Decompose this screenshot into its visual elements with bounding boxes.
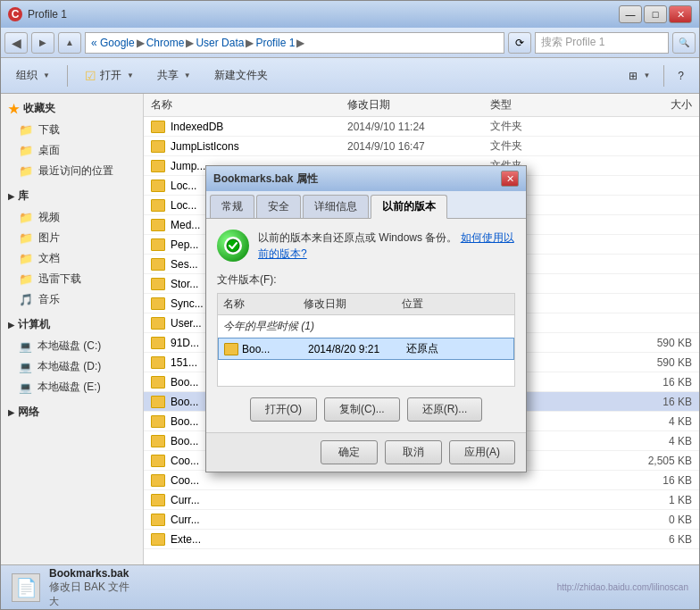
folder-img bbox=[151, 494, 165, 506]
version-date: 2014/8/20 9:21 bbox=[308, 343, 406, 355]
sidebar-item-desktop[interactable]: 📁 桌面 bbox=[1, 140, 143, 161]
search-button[interactable]: 🔍 bbox=[672, 32, 696, 54]
folder-img bbox=[151, 533, 165, 546]
column-headers: 名称 修改日期 类型 大小 bbox=[144, 94, 699, 117]
view-button[interactable]: ⊞ ▼ bbox=[621, 63, 658, 89]
up-button[interactable]: ▲ bbox=[58, 32, 81, 54]
toolbar-separator-1 bbox=[67, 65, 68, 87]
breadcrumb-item-3[interactable]: User Data bbox=[196, 37, 244, 49]
table-row[interactable]: Curr... 0 KB bbox=[144, 510, 699, 530]
maximize-button[interactable]: □ bbox=[644, 5, 667, 23]
folder-icon: 📁 bbox=[19, 144, 33, 157]
share-button[interactable]: 共享 ▼ bbox=[149, 63, 199, 89]
col-date[interactable]: 修改日期 bbox=[347, 97, 490, 113]
minimize-button[interactable]: — bbox=[619, 5, 642, 23]
search-box[interactable]: 搜索 Profile 1 bbox=[535, 32, 669, 54]
forward-button[interactable]: ▶ bbox=[31, 32, 54, 54]
folder-img bbox=[151, 415, 165, 428]
properties-dialog[interactable]: Bookmarks.bak 属性 ✕ 常规 安全 详细信息 以前的版本 bbox=[205, 165, 527, 472]
title-bar-left: C Profile 1 bbox=[8, 7, 67, 21]
file-size: 4 KB bbox=[579, 435, 692, 447]
help-button[interactable]: ? bbox=[670, 63, 692, 89]
dialog-action-buttons: 打开(O) 复制(C)... 还原(R)... bbox=[217, 397, 515, 422]
file-size: 16 KB bbox=[579, 396, 692, 408]
col-type[interactable]: 类型 bbox=[490, 97, 579, 113]
file-size: 4 KB bbox=[579, 415, 692, 428]
library-header[interactable]: ▶ 库 bbox=[1, 185, 143, 207]
address-box[interactable]: « Google ▶ Chrome ▶ User Data ▶ Profile … bbox=[85, 32, 504, 54]
sidebar-item-pictures[interactable]: 📁 图片 bbox=[1, 228, 143, 248]
folder-img bbox=[151, 238, 165, 251]
folder-icon: 📁 bbox=[19, 252, 33, 265]
close-button[interactable]: ✕ bbox=[669, 5, 692, 23]
copy-version-button[interactable]: 复制(C)... bbox=[324, 397, 400, 422]
sidebar-item-recent[interactable]: 📁 最近访问的位置 bbox=[1, 161, 143, 181]
sidebar-item-docs[interactable]: 📁 文档 bbox=[1, 248, 143, 269]
col-name: 名称 bbox=[223, 297, 304, 312]
share-dropdown-arrow: ▼ bbox=[184, 71, 191, 79]
address-bar: ◀ ▶ ▲ « Google ▶ Chrome ▶ User Data ▶ Pr… bbox=[1, 28, 699, 58]
library-label: 库 bbox=[18, 188, 29, 204]
folder-img bbox=[151, 337, 165, 349]
sidebar-item-drive-d[interactable]: 💻 本地磁盘 (D:) bbox=[1, 356, 143, 377]
favorites-header[interactable]: ★ 收藏夹 bbox=[1, 97, 143, 120]
window-title: Profile 1 bbox=[28, 8, 67, 21]
checkbox-icon: ☑ bbox=[85, 69, 96, 83]
dialog-tabs: 常规 安全 详细信息 以前的版本 bbox=[206, 191, 526, 219]
title-bar: C Profile 1 — □ ✕ bbox=[1, 1, 699, 28]
file-size: 16 KB bbox=[579, 376, 692, 389]
search-placeholder: 搜索 Profile 1 bbox=[541, 35, 604, 50]
file-row-icon bbox=[224, 343, 238, 355]
folder-img bbox=[151, 140, 165, 153]
back-button[interactable]: ◀ bbox=[4, 32, 28, 54]
col-name[interactable]: 名称 bbox=[151, 97, 347, 113]
folder-img bbox=[151, 455, 165, 467]
network-header[interactable]: ▶ 网络 bbox=[1, 401, 143, 423]
restore-version-button[interactable]: 还原(R)... bbox=[407, 397, 483, 422]
sidebar-item-video[interactable]: 📁 视频 bbox=[1, 207, 143, 228]
network-section: ▶ 网络 bbox=[1, 401, 143, 423]
table-row[interactable]: Curr... 1 KB bbox=[144, 490, 699, 510]
sidebar-item-download[interactable]: 📁 下载 bbox=[1, 120, 143, 140]
organize-button[interactable]: 组织 ▼ bbox=[8, 63, 58, 89]
cancel-button[interactable]: 取消 bbox=[385, 440, 442, 464]
tab-previous-versions[interactable]: 以前的版本 bbox=[371, 195, 447, 219]
versions-table: 今年的早些时候 (1) Boo... 2014/8/20 9:21 还原点 bbox=[217, 315, 515, 387]
dialog-close-button[interactable]: ✕ bbox=[501, 171, 519, 187]
folder-icon: 📁 bbox=[19, 272, 33, 286]
sidebar-item-xunlei[interactable]: 📁 迅雷下载 bbox=[1, 269, 143, 289]
ok-button[interactable]: 确定 bbox=[321, 440, 378, 464]
open-version-button[interactable]: 打开(O) bbox=[250, 397, 317, 422]
version-row[interactable]: Boo... 2014/8/20 9:21 还原点 bbox=[218, 338, 514, 360]
sidebar-item-drive-c[interactable]: 💻 本地磁盘 (C:) bbox=[1, 336, 143, 356]
network-label: 网络 bbox=[18, 405, 39, 420]
table-row[interactable]: IndexedDB 2014/9/10 11:24 文件夹 bbox=[144, 117, 699, 137]
star-icon: ★ bbox=[8, 102, 20, 116]
sidebar-item-music[interactable]: 🎵 音乐 bbox=[1, 289, 143, 310]
tab-security[interactable]: 安全 bbox=[256, 195, 301, 218]
open-button[interactable]: ☑ 打开 ▼ bbox=[77, 63, 142, 89]
refresh-button[interactable]: ⟳ bbox=[508, 32, 531, 54]
sidebar-item-drive-e[interactable]: 💻 本地磁盘 (E:) bbox=[1, 377, 143, 397]
table-row[interactable]: Coo... 16 KB bbox=[144, 471, 699, 490]
table-row[interactable]: Exte... 6 KB bbox=[144, 530, 699, 549]
folder-icon: 📁 bbox=[19, 164, 33, 178]
file-size: 2,505 KB bbox=[579, 455, 692, 467]
apply-button[interactable]: 应用(A) bbox=[449, 440, 515, 464]
computer-header[interactable]: ▶ 计算机 bbox=[1, 313, 143, 336]
breadcrumb-item-2[interactable]: Chrome bbox=[146, 37, 185, 49]
file-type: 文件夹 bbox=[490, 119, 579, 134]
col-size[interactable]: 大小 bbox=[579, 97, 692, 113]
new-folder-button[interactable]: 新建文件夹 bbox=[206, 63, 276, 89]
table-row[interactable]: JumpListIcons 2014/9/10 16:47 文件夹 bbox=[144, 137, 699, 156]
bottom-status-bar: 📄 Bookmarks.bak 修改日 BAK 文件 大 http://zhid… bbox=[1, 564, 699, 609]
tab-general[interactable]: 常规 bbox=[210, 195, 254, 218]
computer-section: ▶ 计算机 💻 本地磁盘 (C:) 💻 本地磁盘 (D:) 💻 本地磁盘 (E:… bbox=[1, 313, 143, 397]
breadcrumb-item-4[interactable]: Profile 1 bbox=[255, 37, 295, 49]
tab-details[interactable]: 详细信息 bbox=[303, 195, 369, 218]
drive-icon: 💻 bbox=[19, 340, 32, 353]
file-size: 590 KB bbox=[579, 356, 692, 369]
folder-img bbox=[151, 297, 165, 310]
breadcrumb-item-1[interactable]: « Google bbox=[91, 37, 135, 49]
computer-arrow: ▶ bbox=[8, 321, 14, 330]
